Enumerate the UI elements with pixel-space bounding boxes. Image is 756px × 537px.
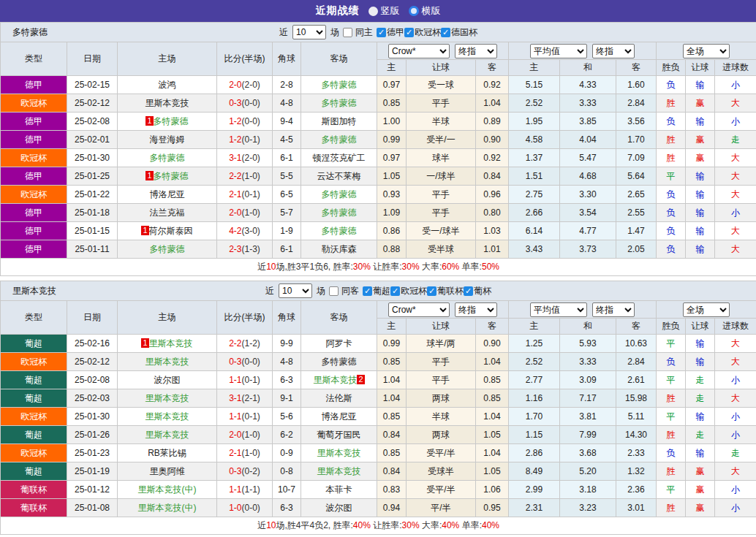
away-team-cell: 云达不莱梅 bbox=[301, 167, 377, 186]
away-team-cell: 多特蒙德 bbox=[301, 76, 377, 94]
corner-score: 10-7 bbox=[273, 481, 301, 499]
league-filter-label: 葡超 bbox=[373, 285, 390, 297]
odds-home: 1.04 bbox=[377, 389, 407, 408]
table-filter-row: 多特蒙德 近 10 场 同主 ✓德甲✓欧冠杯✓德国杯 bbox=[1, 23, 756, 42]
odds-handicap: 平手 bbox=[407, 353, 476, 371]
corner-score: 0-8 bbox=[273, 462, 301, 481]
league-filter-checkbox[interactable]: ✓欧冠杯 bbox=[404, 26, 441, 39]
odds-company-select[interactable]: Crow* bbox=[388, 302, 450, 317]
avg-draw: 3.30 bbox=[560, 186, 616, 204]
league-filter-checkbox[interactable]: ✓葡杯 bbox=[464, 285, 491, 297]
halftime-score: (2-0) bbox=[242, 80, 260, 90]
halftime-score: (3-0) bbox=[242, 226, 260, 236]
average-final-select[interactable]: 终指 bbox=[592, 302, 635, 317]
away-team-cell: 博洛尼亚 bbox=[301, 408, 377, 426]
home-team: 博洛尼亚 bbox=[150, 189, 185, 199]
odds-final-select[interactable]: 终指 bbox=[455, 302, 497, 317]
league-filter-checkbox[interactable]: ✓欧冠杯 bbox=[390, 285, 427, 297]
scope-select[interactable]: 全场 bbox=[683, 44, 730, 58]
same-venue-checkbox[interactable]: 同主 bbox=[343, 26, 373, 39]
league-filter-checkbox[interactable]: ✓德甲 bbox=[377, 26, 404, 39]
league-filter-checkbox[interactable]: ✓德国杯 bbox=[441, 26, 477, 39]
corner-score: 4-8 bbox=[273, 94, 301, 113]
match-count-select[interactable]: 10 bbox=[292, 25, 326, 39]
away-team-cell: 葡萄牙国民 bbox=[301, 426, 377, 444]
away-team: 云达不莱梅 bbox=[317, 171, 361, 181]
league-badge: 德甲 bbox=[1, 131, 67, 149]
checkbox-checked-icon: ✓ bbox=[427, 286, 436, 296]
halftime-score: (1-0) bbox=[242, 430, 260, 440]
table-header-groups: 类型 日期 主场 比分(半场) 角球 客场 Crow* 终指 bbox=[1, 42, 756, 60]
match-row: 葡联杯 25-01-12 里斯本竞技(中) 1-1(1-1) 10-7 本菲卡 … bbox=[1, 481, 756, 499]
fulltime-score: 1-0 bbox=[229, 503, 241, 513]
col-header-result: 胜负 bbox=[657, 60, 686, 76]
fulltime-score: 4-2 bbox=[229, 226, 241, 236]
average-select[interactable]: 平均值 bbox=[530, 44, 587, 58]
match-row: 葡超 25-02-16 1里斯本竞技 2-2(1-2) 9-9 阿罗卡 0.99… bbox=[1, 335, 756, 353]
home-team: 里奥阿维 bbox=[150, 466, 185, 476]
avg-home: 2.52 bbox=[509, 353, 560, 371]
fulltime-score: 0-3 bbox=[229, 98, 241, 108]
odds-handicap: 受平/半 bbox=[407, 481, 476, 499]
league-filter-checkbox[interactable]: ✓葡联杯 bbox=[427, 285, 464, 297]
fulltime-score: 2-0 bbox=[229, 430, 241, 440]
score-cell: 1-2(0-0) bbox=[217, 113, 273, 131]
same-venue-checkbox[interactable]: 同客 bbox=[329, 285, 359, 297]
home-team-cell: 多特蒙德 bbox=[118, 149, 217, 167]
fulltime-score: 0-3 bbox=[229, 466, 241, 476]
result-winloss: 负 bbox=[657, 444, 686, 462]
league-filter-checkbox[interactable]: ✓葡超 bbox=[363, 285, 390, 297]
avg-away: 5.11 bbox=[616, 408, 657, 426]
odds-handicap: 平手 bbox=[407, 186, 476, 204]
average-select[interactable]: 平均值 bbox=[530, 302, 587, 317]
odds-group-header: Crow* 终指 bbox=[377, 42, 509, 60]
average-final-select[interactable]: 终指 bbox=[592, 44, 635, 58]
match-row: 欧冠杯 25-01-23 RB莱比锡 2-1(1-0) 0-9 里斯本竞技 0.… bbox=[1, 444, 756, 462]
home-team-cell: 里斯本竞技(中) bbox=[118, 481, 217, 499]
odds-final-select[interactable]: 终指 bbox=[455, 44, 497, 58]
result-winloss: 负 bbox=[657, 76, 686, 94]
home-team: 多特蒙德 bbox=[150, 153, 185, 163]
home-team: 里斯本竞技 bbox=[145, 357, 189, 367]
result-goals: 大 bbox=[715, 167, 756, 186]
score-cell: 2-3(1-3) bbox=[217, 240, 273, 259]
layout-radio-horizontal[interactable]: 横版 bbox=[409, 4, 441, 18]
avg-away: 2.84 bbox=[616, 94, 657, 113]
match-row: 欧冠杯 25-01-30 里斯本竞技 1-1(0-1) 5-6 博洛尼亚 0.8… bbox=[1, 408, 756, 426]
result-goals: 大 bbox=[715, 353, 756, 371]
layout-radio-vertical[interactable]: 竖版 bbox=[368, 4, 400, 18]
odds-home: 0.85 bbox=[377, 353, 407, 371]
col-header-away: 客场 bbox=[301, 301, 377, 335]
corner-score: 6-1 bbox=[273, 240, 301, 259]
result-goals: 小 bbox=[715, 371, 756, 389]
col-header-date: 日期 bbox=[67, 42, 118, 76]
home-team-cell: 1多特蒙德 bbox=[118, 113, 217, 131]
checkbox-checked-icon: ✓ bbox=[441, 28, 450, 37]
scope-select[interactable]: 全场 bbox=[683, 302, 730, 317]
score-cell: 1-0(0-0) bbox=[217, 499, 273, 517]
odds-handicap: 两球 bbox=[407, 389, 476, 408]
corner-score: 6-3 bbox=[273, 371, 301, 389]
score-cell: 3-1(2-0) bbox=[217, 149, 273, 167]
home-team-cell: 里斯本竞技(中) bbox=[118, 499, 217, 517]
odds-away: 1.04 bbox=[476, 408, 509, 426]
match-date: 25-01-15 bbox=[67, 222, 118, 240]
summary-segment: 10 bbox=[266, 520, 276, 530]
match-count-select[interactable]: 10 bbox=[279, 283, 312, 298]
home-team: 里斯本竞技(中) bbox=[138, 503, 197, 513]
result-handicap: 走 bbox=[686, 426, 715, 444]
team-name: 里斯本竞技 bbox=[12, 285, 56, 297]
match-date: 25-01-18 bbox=[67, 204, 118, 222]
score-cell: 2-0(1-0) bbox=[217, 426, 273, 444]
fulltime-score: 0-3 bbox=[229, 357, 241, 367]
odds-company-select[interactable]: Crow* bbox=[388, 44, 450, 58]
summary-segment: 10 bbox=[266, 262, 276, 272]
summary-segment: 近 bbox=[257, 520, 266, 530]
team-recent-results-table: 里斯本竞技 近 10 场 同客 ✓葡超✓欧冠杯✓葡联杯✓葡杯 bbox=[0, 281, 756, 535]
result-handicap: 输 bbox=[686, 76, 715, 94]
corner-score: 6-3 bbox=[273, 499, 301, 517]
result-goals: 小 bbox=[715, 481, 756, 499]
match-row: 葡联杯 25-01-08 里斯本竞技(中) 1-0(0-0) 6-3 波尔图 0… bbox=[1, 499, 756, 517]
odds-handicap: 平/半 bbox=[407, 499, 476, 517]
result-handicap: 输 bbox=[686, 113, 715, 131]
